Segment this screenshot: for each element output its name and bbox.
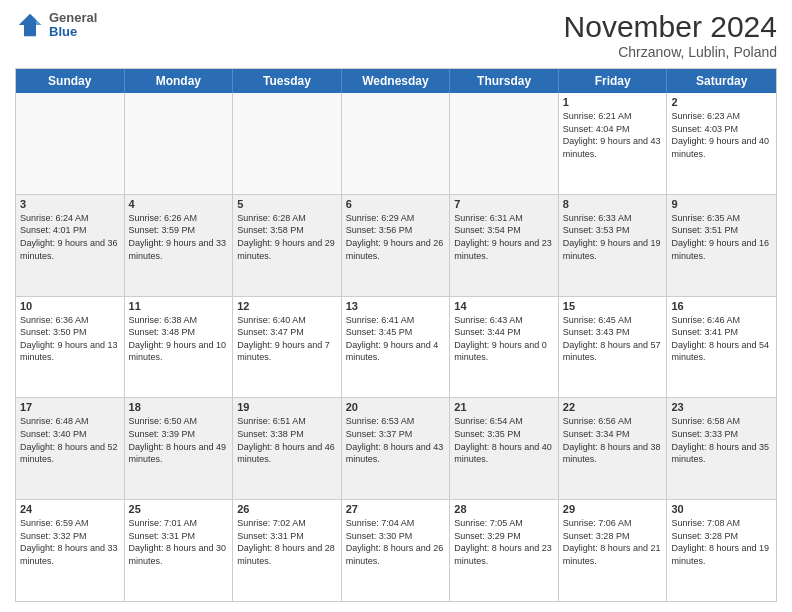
day-info: Sunrise: 7:02 AM Sunset: 3:31 PM Dayligh… [237, 517, 337, 567]
calendar-cell-18: 18Sunrise: 6:50 AM Sunset: 3:39 PM Dayli… [125, 398, 234, 499]
day-info: Sunrise: 7:05 AM Sunset: 3:29 PM Dayligh… [454, 517, 554, 567]
logo-blue: Blue [49, 25, 97, 39]
calendar-cell-26: 26Sunrise: 7:02 AM Sunset: 3:31 PM Dayli… [233, 500, 342, 601]
day-number: 9 [671, 198, 772, 210]
calendar-cell-8: 8Sunrise: 6:33 AM Sunset: 3:53 PM Daylig… [559, 195, 668, 296]
calendar-cell-empty [233, 93, 342, 194]
calendar-cell-21: 21Sunrise: 6:54 AM Sunset: 3:35 PM Dayli… [450, 398, 559, 499]
day-number: 23 [671, 401, 772, 413]
day-info: Sunrise: 6:28 AM Sunset: 3:58 PM Dayligh… [237, 212, 337, 262]
header: General Blue November 2024 Chrzanow, Lub… [15, 10, 777, 60]
day-info: Sunrise: 6:56 AM Sunset: 3:34 PM Dayligh… [563, 415, 663, 465]
calendar-cell-7: 7Sunrise: 6:31 AM Sunset: 3:54 PM Daylig… [450, 195, 559, 296]
logo-text: General Blue [49, 11, 97, 40]
header-day-friday: Friday [559, 69, 668, 93]
day-number: 26 [237, 503, 337, 515]
day-info: Sunrise: 7:04 AM Sunset: 3:30 PM Dayligh… [346, 517, 446, 567]
day-number: 24 [20, 503, 120, 515]
day-info: Sunrise: 6:31 AM Sunset: 3:54 PM Dayligh… [454, 212, 554, 262]
calendar-cell-5: 5Sunrise: 6:28 AM Sunset: 3:58 PM Daylig… [233, 195, 342, 296]
day-info: Sunrise: 6:58 AM Sunset: 3:33 PM Dayligh… [671, 415, 772, 465]
calendar-cell-13: 13Sunrise: 6:41 AM Sunset: 3:45 PM Dayli… [342, 297, 451, 398]
calendar-cell-29: 29Sunrise: 7:06 AM Sunset: 3:28 PM Dayli… [559, 500, 668, 601]
day-number: 22 [563, 401, 663, 413]
day-number: 16 [671, 300, 772, 312]
calendar-cell-empty [342, 93, 451, 194]
day-info: Sunrise: 6:33 AM Sunset: 3:53 PM Dayligh… [563, 212, 663, 262]
calendar-cell-14: 14Sunrise: 6:43 AM Sunset: 3:44 PM Dayli… [450, 297, 559, 398]
day-info: Sunrise: 6:41 AM Sunset: 3:45 PM Dayligh… [346, 314, 446, 364]
day-number: 8 [563, 198, 663, 210]
day-number: 4 [129, 198, 229, 210]
day-number: 3 [20, 198, 120, 210]
day-info: Sunrise: 6:51 AM Sunset: 3:38 PM Dayligh… [237, 415, 337, 465]
calendar-cell-11: 11Sunrise: 6:38 AM Sunset: 3:48 PM Dayli… [125, 297, 234, 398]
calendar-cell-23: 23Sunrise: 6:58 AM Sunset: 3:33 PM Dayli… [667, 398, 776, 499]
day-info: Sunrise: 6:40 AM Sunset: 3:47 PM Dayligh… [237, 314, 337, 364]
day-info: Sunrise: 6:23 AM Sunset: 4:03 PM Dayligh… [671, 110, 772, 160]
day-number: 14 [454, 300, 554, 312]
calendar-cell-10: 10Sunrise: 6:36 AM Sunset: 3:50 PM Dayli… [16, 297, 125, 398]
day-info: Sunrise: 6:53 AM Sunset: 3:37 PM Dayligh… [346, 415, 446, 465]
title-section: November 2024 Chrzanow, Lublin, Poland [564, 10, 777, 60]
day-number: 10 [20, 300, 120, 312]
day-number: 20 [346, 401, 446, 413]
location: Chrzanow, Lublin, Poland [564, 44, 777, 60]
calendar-cell-2: 2Sunrise: 6:23 AM Sunset: 4:03 PM Daylig… [667, 93, 776, 194]
day-info: Sunrise: 6:48 AM Sunset: 3:40 PM Dayligh… [20, 415, 120, 465]
calendar-cell-1: 1Sunrise: 6:21 AM Sunset: 4:04 PM Daylig… [559, 93, 668, 194]
calendar-cell-9: 9Sunrise: 6:35 AM Sunset: 3:51 PM Daylig… [667, 195, 776, 296]
calendar-cell-19: 19Sunrise: 6:51 AM Sunset: 3:38 PM Dayli… [233, 398, 342, 499]
day-info: Sunrise: 6:46 AM Sunset: 3:41 PM Dayligh… [671, 314, 772, 364]
calendar-cell-20: 20Sunrise: 6:53 AM Sunset: 3:37 PM Dayli… [342, 398, 451, 499]
day-number: 2 [671, 96, 772, 108]
calendar-row-5: 24Sunrise: 6:59 AM Sunset: 3:32 PM Dayli… [16, 499, 776, 601]
day-info: Sunrise: 6:45 AM Sunset: 3:43 PM Dayligh… [563, 314, 663, 364]
header-day-sunday: Sunday [16, 69, 125, 93]
logo-icon [15, 10, 45, 40]
calendar-row-3: 10Sunrise: 6:36 AM Sunset: 3:50 PM Dayli… [16, 296, 776, 398]
calendar-header: SundayMondayTuesdayWednesdayThursdayFrid… [16, 69, 776, 93]
day-number: 30 [671, 503, 772, 515]
day-info: Sunrise: 6:35 AM Sunset: 3:51 PM Dayligh… [671, 212, 772, 262]
day-number: 27 [346, 503, 446, 515]
calendar-cell-25: 25Sunrise: 7:01 AM Sunset: 3:31 PM Dayli… [125, 500, 234, 601]
day-number: 29 [563, 503, 663, 515]
day-number: 1 [563, 96, 663, 108]
day-info: Sunrise: 6:59 AM Sunset: 3:32 PM Dayligh… [20, 517, 120, 567]
calendar-cell-24: 24Sunrise: 6:59 AM Sunset: 3:32 PM Dayli… [16, 500, 125, 601]
day-info: Sunrise: 7:08 AM Sunset: 3:28 PM Dayligh… [671, 517, 772, 567]
calendar-row-4: 17Sunrise: 6:48 AM Sunset: 3:40 PM Dayli… [16, 397, 776, 499]
calendar-cell-empty [450, 93, 559, 194]
day-number: 13 [346, 300, 446, 312]
day-number: 21 [454, 401, 554, 413]
day-info: Sunrise: 7:06 AM Sunset: 3:28 PM Dayligh… [563, 517, 663, 567]
day-info: Sunrise: 6:38 AM Sunset: 3:48 PM Dayligh… [129, 314, 229, 364]
header-day-saturday: Saturday [667, 69, 776, 93]
calendar-cell-15: 15Sunrise: 6:45 AM Sunset: 3:43 PM Dayli… [559, 297, 668, 398]
header-day-tuesday: Tuesday [233, 69, 342, 93]
day-number: 19 [237, 401, 337, 413]
calendar-cell-16: 16Sunrise: 6:46 AM Sunset: 3:41 PM Dayli… [667, 297, 776, 398]
day-number: 11 [129, 300, 229, 312]
day-number: 28 [454, 503, 554, 515]
day-number: 7 [454, 198, 554, 210]
day-number: 17 [20, 401, 120, 413]
day-info: Sunrise: 6:36 AM Sunset: 3:50 PM Dayligh… [20, 314, 120, 364]
day-number: 15 [563, 300, 663, 312]
calendar-cell-6: 6Sunrise: 6:29 AM Sunset: 3:56 PM Daylig… [342, 195, 451, 296]
calendar-cell-22: 22Sunrise: 6:56 AM Sunset: 3:34 PM Dayli… [559, 398, 668, 499]
day-info: Sunrise: 6:43 AM Sunset: 3:44 PM Dayligh… [454, 314, 554, 364]
day-info: Sunrise: 6:54 AM Sunset: 3:35 PM Dayligh… [454, 415, 554, 465]
day-number: 18 [129, 401, 229, 413]
page: General Blue November 2024 Chrzanow, Lub… [0, 0, 792, 612]
day-number: 12 [237, 300, 337, 312]
header-day-monday: Monday [125, 69, 234, 93]
day-number: 5 [237, 198, 337, 210]
calendar-cell-empty [125, 93, 234, 194]
day-info: Sunrise: 6:24 AM Sunset: 4:01 PM Dayligh… [20, 212, 120, 262]
day-number: 25 [129, 503, 229, 515]
day-info: Sunrise: 6:29 AM Sunset: 3:56 PM Dayligh… [346, 212, 446, 262]
logo-general: General [49, 11, 97, 25]
calendar-cell-27: 27Sunrise: 7:04 AM Sunset: 3:30 PM Dayli… [342, 500, 451, 601]
